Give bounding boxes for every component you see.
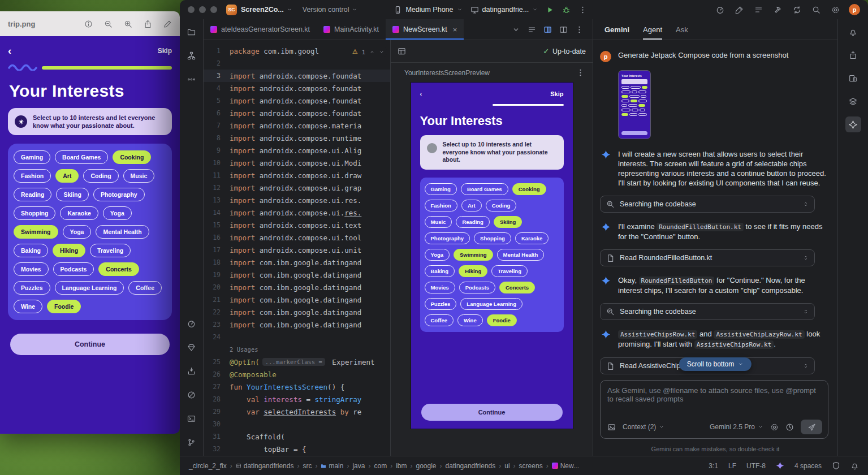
close-tab-icon[interactable]: × <box>453 25 457 34</box>
interest-chip[interactable]: Yoga <box>425 249 450 261</box>
interest-chip[interactable]: Language Learning <box>460 298 522 310</box>
code-line[interactable]: 25@OptIn(...markerClass = Experiment <box>204 356 390 368</box>
next-problem-icon[interactable] <box>379 49 385 55</box>
code-line[interactable]: 22import com.ibm.google.datingand <box>204 306 390 318</box>
code-line[interactable]: 19import com.ibm.google.datingand <box>204 269 390 281</box>
code-line[interactable]: 21import com.ibm.google.datingand <box>204 293 390 306</box>
code-line[interactable]: 30 <box>204 418 390 430</box>
device-manager-tool-button[interactable] <box>184 363 200 379</box>
code-line[interactable]: 20import com.ibm.google.datingand <box>204 281 390 293</box>
history-icon[interactable] <box>785 423 794 431</box>
context-selector[interactable]: Context (2) <box>623 423 664 431</box>
interest-chip[interactable]: Puzzles <box>425 298 457 310</box>
code-line[interactable]: 8import androidx.compose.runtime <box>204 132 390 144</box>
version-control-tool-button[interactable] <box>184 434 200 450</box>
expand-collapse-icon[interactable] <box>803 201 809 207</box>
notifications-icon[interactable] <box>850 461 859 470</box>
attach-image-icon[interactable] <box>607 423 616 431</box>
info-icon[interactable] <box>84 20 93 28</box>
profiler-tool-button[interactable] <box>184 316 200 331</box>
skip-label[interactable]: Skip <box>550 90 563 97</box>
debug-button[interactable] <box>562 6 571 14</box>
problems-tool-button[interactable] <box>184 387 200 403</box>
code-line[interactable]: 15import androidx.compose.ui.text <box>204 219 390 231</box>
device-selector[interactable]: Medium Phone <box>394 6 462 14</box>
model-selector[interactable]: Gemini 2.5 Pro <box>710 423 763 431</box>
gemini-prompt-input[interactable] <box>607 386 821 418</box>
preview-name[interactable]: YourInterestsScreenPreview <box>404 69 490 77</box>
run-configuration-selector[interactable]: datingandfrie... <box>470 6 538 14</box>
build-icon[interactable] <box>774 6 782 14</box>
profiler-icon[interactable] <box>716 6 724 14</box>
interest-chip[interactable]: Podcasts <box>459 282 495 293</box>
code-line[interactable]: 7import androidx.compose.materia <box>204 119 390 132</box>
breadcrumb-item[interactable]: google <box>416 462 436 470</box>
expand-collapse-icon[interactable] <box>803 255 809 261</box>
layers-tool-button[interactable] <box>845 93 861 109</box>
code-line[interactable]: 29 var selectedInterests by re <box>204 405 390 418</box>
share-tool-button[interactable] <box>845 47 861 63</box>
breadcrumb-item[interactable]: ibm <box>396 462 407 470</box>
code-line[interactable]: 2 <box>204 57 390 70</box>
breadcrumb-item[interactable]: datingandfriends <box>446 462 496 470</box>
code-line[interactable]: 10import androidx.compose.ui.Modi <box>204 157 390 169</box>
todo-icon[interactable] <box>754 6 763 14</box>
zoom-button[interactable] <box>210 6 217 13</box>
split-icon[interactable] <box>559 25 568 34</box>
share-icon[interactable] <box>144 20 152 28</box>
close-button[interactable] <box>188 6 195 13</box>
code-line[interactable]: 24 <box>204 331 390 343</box>
interest-chip[interactable]: Fashion <box>425 200 457 211</box>
breadcrumb-item[interactable]: _circle_2_fix <box>189 462 227 470</box>
settings-icon[interactable] <box>831 6 840 14</box>
interest-chip[interactable]: Reading <box>456 216 489 228</box>
code-line[interactable]: 12import androidx.compose.ui.grap <box>204 182 390 194</box>
tool-call-card[interactable]: Searching the codebase <box>600 196 815 213</box>
search-icon[interactable] <box>812 6 821 14</box>
send-button[interactable] <box>801 420 822 434</box>
interest-chip[interactable]: Foodie <box>487 314 517 326</box>
usages-inlay-hint[interactable]: 2 Usages <box>230 346 258 353</box>
code-line[interactable]: 3import androidx.compose.foundat <box>204 70 390 82</box>
vcs-widget[interactable]: Version control <box>303 6 358 14</box>
notifications-tool-button[interactable] <box>845 24 861 40</box>
code-line[interactable]: 16import androidx.compose.ui.tool <box>204 231 390 244</box>
gemini-tool-button[interactable] <box>845 116 861 132</box>
interest-chip[interactable]: Coding <box>486 200 517 211</box>
inspections-widget[interactable]: ⚠1 <box>350 47 387 57</box>
gemini-conversation[interactable]: pGenerate Jetpack Compose code from a sc… <box>593 40 837 377</box>
zoom-in-icon[interactable] <box>124 20 132 28</box>
interest-chip[interactable]: Karaoke <box>515 232 549 244</box>
code-line[interactable]: 23import com.ibm.google.datingand <box>204 318 390 331</box>
interest-chip[interactable]: Board Games <box>461 183 508 195</box>
interest-chip[interactable]: Concerts <box>499 282 535 293</box>
editor-tab[interactable]: ateIdeasGeneratorScreen.kt <box>204 19 317 40</box>
code-editor[interactable]: 1package com.ibm.googl23import androidx.… <box>204 40 390 456</box>
back-chevron-icon[interactable]: ‹ <box>420 90 422 97</box>
chevron-down-icon[interactable] <box>512 25 520 34</box>
interest-chip[interactable]: Music <box>425 216 452 228</box>
commit-tool-button[interactable] <box>184 48 200 63</box>
markup-icon[interactable] <box>163 20 172 28</box>
code-line[interactable]: 31 Scaffold( <box>204 430 390 443</box>
code-line[interactable]: 4import androidx.compose.foundat <box>204 82 390 94</box>
code-line[interactable]: 6import androidx.compose.foundat <box>204 107 390 119</box>
interest-chip[interactable]: Art <box>461 200 482 211</box>
interest-chip[interactable]: Cooking <box>512 183 546 195</box>
tool-call-card[interactable]: Read RoundedFilledButton.kt <box>600 249 815 266</box>
more-actions-icon[interactable] <box>578 6 587 14</box>
preview-options-icon[interactable] <box>576 68 585 77</box>
interest-chip[interactable]: Skiing <box>494 216 522 228</box>
run-button[interactable] <box>546 6 554 14</box>
code-line[interactable]: 18import com.ibm.google.datingand <box>204 256 390 269</box>
code-line[interactable]: 26@Composable <box>204 368 390 381</box>
screenshot-thumbnail[interactable]: Your Interests <box>618 70 651 139</box>
caret-position[interactable]: 3:1 <box>709 462 718 470</box>
breadcrumb-item[interactable]: main <box>321 462 343 470</box>
ai-actions-icon[interactable] <box>735 6 744 14</box>
breadcrumb-item[interactable]: com <box>374 462 387 470</box>
code-line[interactable]: 2 Usages <box>204 343 390 356</box>
code-line[interactable]: 27fun YourInterestsScreen() { <box>204 381 390 393</box>
ai-spark-icon[interactable] <box>776 461 784 470</box>
encoding-indicator[interactable]: UTF-8 <box>746 462 766 470</box>
